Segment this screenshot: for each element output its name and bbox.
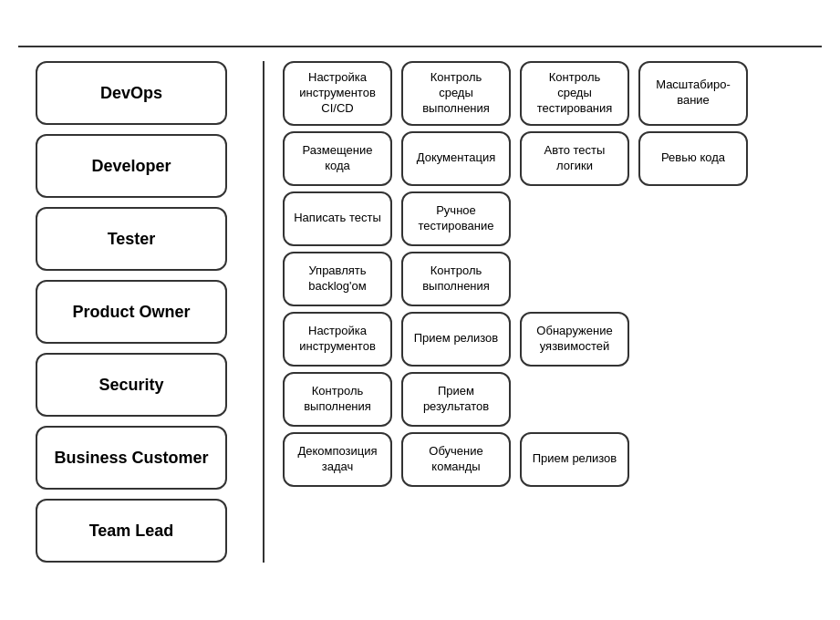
task-placeholder xyxy=(638,372,748,427)
task-placeholder xyxy=(520,191,629,246)
roles-header xyxy=(18,18,264,27)
task-box: Настройка инструментов CI/CD xyxy=(283,61,392,126)
roles-column: DevOpsDeveloperTesterProduct OwnerSecuri… xyxy=(18,61,264,563)
task-box: Обучение команды xyxy=(401,432,511,487)
task-row-1: Размещение кодаДокументацияАвто тесты ло… xyxy=(283,131,822,186)
role-box-team-lead: Team Lead xyxy=(36,499,227,563)
task-row-5: Контроль выполненияПрием результатов xyxy=(283,372,822,427)
task-placeholder xyxy=(638,312,748,367)
task-box: Прием релизов xyxy=(401,312,511,367)
task-box: Контроль среды выполнения xyxy=(401,61,511,126)
task-box: Написать тесты xyxy=(283,191,392,246)
task-box: Контроль выполнения xyxy=(283,372,392,427)
task-box: Управлять backlog'ом xyxy=(283,252,392,306)
task-box: Прием результатов xyxy=(401,372,511,427)
task-placeholder xyxy=(638,432,748,487)
task-box: Декомпозиция задач xyxy=(283,432,392,487)
page-container: DevOpsDeveloperTesterProduct OwnerSecuri… xyxy=(18,18,822,563)
task-box: Обнаружение уязвимостей xyxy=(520,312,629,367)
task-box: Контроль выполнения xyxy=(401,252,511,306)
task-box: Размещение кода xyxy=(283,131,392,186)
role-box-product-owner: Product Owner xyxy=(36,280,227,344)
role-box-tester: Tester xyxy=(36,207,227,271)
task-row-2: Написать тестыРучное тестирование xyxy=(283,191,822,246)
tasks-column: Настройка инструментов CI/CDКонтроль сре… xyxy=(264,61,822,563)
task-box: Документация xyxy=(401,131,511,186)
task-box: Ручное тестирование xyxy=(401,191,511,246)
task-box: Авто тесты логики xyxy=(520,131,629,186)
task-box: Масштабиро-вание xyxy=(638,61,748,126)
task-placeholder xyxy=(520,252,629,306)
role-box-security: Security xyxy=(36,353,227,417)
role-box-business-customer: Business Customer xyxy=(36,426,227,490)
task-row-6: Декомпозиция задачОбучение командыПрием … xyxy=(283,432,822,487)
tasks-header xyxy=(264,18,822,27)
task-box: Ревью кода xyxy=(638,131,748,186)
content-area: DevOpsDeveloperTesterProduct OwnerSecuri… xyxy=(18,46,822,563)
task-box: Настройка инструментов xyxy=(283,312,392,367)
task-placeholder xyxy=(638,252,748,306)
role-box-developer: Developer xyxy=(36,134,227,198)
task-placeholder xyxy=(520,372,629,427)
task-placeholder xyxy=(638,191,748,246)
task-box: Прием релизов xyxy=(520,432,629,487)
task-row-3: Управлять backlog'омКонтроль выполнения xyxy=(283,252,822,306)
task-box: Контроль среды тестирования xyxy=(520,61,629,126)
column-headers xyxy=(18,18,822,27)
role-box-devops: DevOps xyxy=(36,61,227,125)
task-row-4: Настройка инструментовПрием релизовОбнар… xyxy=(283,312,822,367)
task-row-0: Настройка инструментов CI/CDКонтроль сре… xyxy=(283,61,822,126)
